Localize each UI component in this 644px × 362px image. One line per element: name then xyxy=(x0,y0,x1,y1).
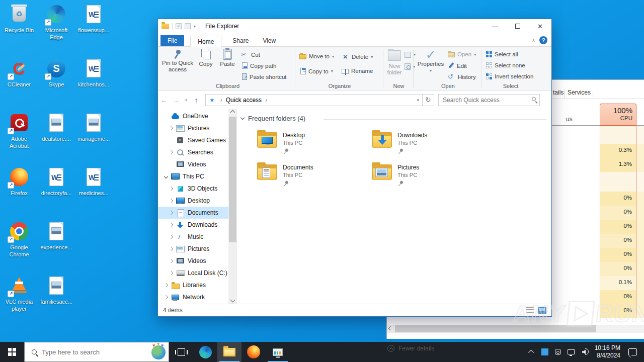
tab-details[interactable]: tails xyxy=(553,89,564,96)
sidebar-item-documents[interactable]: Documents xyxy=(158,207,228,219)
search-icon[interactable] xyxy=(532,97,536,101)
horizontal-scrollbar[interactable] xyxy=(387,325,644,333)
taskbar-search[interactable]: ♥♥♥ xyxy=(24,342,169,362)
new-item-button[interactable]: ▾ xyxy=(405,51,416,58)
sidebar-item-pictures[interactable]: Pictures xyxy=(158,243,228,255)
rename-button[interactable]: Rename xyxy=(342,68,373,74)
properties-button[interactable]: ✓ Properties ▾ xyxy=(417,49,445,74)
tab-services[interactable]: Services xyxy=(568,89,591,96)
taskbar-edge-button[interactable] xyxy=(193,342,217,362)
hidden-icons-chevron[interactable] xyxy=(525,342,538,362)
desktop-icon-adobe-acrobat[interactable]: ↗Adobe Acrobat xyxy=(1,112,37,164)
tab-share[interactable]: Share xyxy=(225,35,256,46)
folder-tile-pictures[interactable]: PicturesThis PC xyxy=(372,162,480,191)
desktop-icon-google-chrome[interactable]: ↗Google Chrome xyxy=(1,220,37,273)
sidebar-item-onedrive[interactable]: OneDrive xyxy=(158,110,228,122)
start-button[interactable] xyxy=(0,342,24,362)
desktop-icon-microsoft-edge[interactable]: ↗Microsoft Edge xyxy=(38,3,74,55)
open-button[interactable]: Open▾ xyxy=(448,51,476,57)
copy-to-button[interactable]: Copy to▾ xyxy=(299,68,333,74)
qat-properties-icon[interactable]: ✓ xyxy=(176,23,182,29)
chevron-collapsed-icon[interactable] xyxy=(169,126,173,130)
tray-app-icon[interactable] xyxy=(538,342,551,362)
paste-button[interactable]: Paste xyxy=(217,49,238,67)
invert-selection-button[interactable]: Invert selection xyxy=(486,73,533,79)
desktop-icon-vlc-media-player[interactable]: ↗VLC media player xyxy=(1,275,37,327)
task-view-button[interactable] xyxy=(169,342,193,362)
tab-file[interactable]: File xyxy=(160,35,184,46)
folder-tile-desktop[interactable]: DesktopThis PC xyxy=(257,130,365,158)
network-icon[interactable] xyxy=(565,342,578,362)
breadcrumb[interactable]: Quick access xyxy=(226,97,262,104)
chevron-collapsed-icon[interactable] xyxy=(169,271,173,275)
chevron-collapsed-icon[interactable] xyxy=(169,199,173,203)
desktop-icon-firefox[interactable]: ↗Firefox xyxy=(1,166,37,218)
desktop-icon-skype[interactable]: S↗Skype xyxy=(38,57,74,110)
scroll-down-icon[interactable] xyxy=(230,298,235,303)
tab-home[interactable]: Home xyxy=(190,36,221,47)
move-to-button[interactable]: Move to▾ xyxy=(299,53,334,59)
collapse-ribbon-icon[interactable]: ∧ xyxy=(532,38,535,43)
up-icon[interactable]: ↑ xyxy=(190,96,202,104)
desktop-icon-ccleaner[interactable]: C↗CCleaner xyxy=(1,57,37,110)
taskbar-search-input[interactable] xyxy=(42,348,132,356)
status-column-header[interactable]: us xyxy=(566,116,573,123)
chevron-collapsed-icon[interactable] xyxy=(169,187,173,191)
paste-shortcut-button[interactable]: Paste shortcut xyxy=(241,73,287,80)
collapse-group-icon[interactable] xyxy=(240,116,245,120)
chevron-collapsed-icon[interactable] xyxy=(164,283,168,287)
chevron-collapsed-icon[interactable] xyxy=(169,259,173,263)
details-view-icon[interactable] xyxy=(526,307,534,314)
volume-icon[interactable] xyxy=(578,342,591,362)
chevron-collapsed-icon[interactable] xyxy=(169,211,173,215)
desktop-icon-flowerssup[interactable]: Wflowerssup... xyxy=(75,3,112,55)
sidebar-item-searches[interactable]: Searches xyxy=(158,146,228,158)
chevron-collapsed-icon[interactable] xyxy=(169,223,173,227)
sidebar-item-videos[interactable]: Videos xyxy=(158,255,228,267)
sidebar-item-3d-objects[interactable]: 3D Objects xyxy=(158,183,228,195)
scroll-left-icon[interactable] xyxy=(388,326,392,330)
fewer-details-button[interactable]: Fewer details xyxy=(387,345,434,352)
edit-button[interactable]: Edit xyxy=(448,62,467,69)
qat-newfolder-icon[interactable] xyxy=(185,23,191,29)
desktop-icon-recycle-bin[interactable]: ♻Recycle Bin xyxy=(1,3,37,55)
history-button[interactable]: ↺ History xyxy=(448,73,476,80)
search-input[interactable] xyxy=(439,95,539,106)
sidebar-item-music[interactable]: Music xyxy=(158,231,228,243)
copy-button[interactable]: Copy xyxy=(195,49,217,67)
clock[interactable]: 10:16 PM 8/4/2024 xyxy=(595,344,620,359)
taskbar-firefox-button[interactable] xyxy=(242,342,266,362)
refresh-button[interactable]: ↻ xyxy=(423,94,434,106)
taskbar-file-explorer-button[interactable] xyxy=(217,342,242,362)
cut-button[interactable]: ✂ Cut xyxy=(241,51,260,58)
desktop-icon-manageme[interactable]: manageme... xyxy=(75,112,112,164)
sidebar-item-pictures[interactable]: Pictures xyxy=(158,122,228,134)
desktop-icon-directoryfa[interactable]: Wdirectoryfa... xyxy=(38,166,74,218)
group-header[interactable]: Frequent folders (4) xyxy=(241,115,305,122)
chevron-collapsed-icon[interactable] xyxy=(169,150,173,154)
sidebar-item-local-disk-c[interactable]: Local Disk (C:) xyxy=(158,267,228,279)
sidebar-item-desktop[interactable]: Desktop xyxy=(158,195,228,207)
select-none-button[interactable]: Select none xyxy=(486,62,525,68)
chevron-collapsed-icon[interactable] xyxy=(169,235,173,239)
titlebar[interactable]: ✓ ▾ File Explorer — ✕ xyxy=(158,19,551,33)
cpu-column-header[interactable]: 100% CPU xyxy=(600,104,636,126)
tab-view[interactable]: View xyxy=(256,35,283,46)
new-folder-button[interactable]: New folder xyxy=(384,49,405,76)
delete-button[interactable]: × Delete▾ xyxy=(342,53,373,60)
sidebar-item-network[interactable]: Network xyxy=(158,291,228,303)
desktop-icon-experience[interactable]: experience... xyxy=(38,220,74,273)
scrollbar-thumb[interactable] xyxy=(395,325,596,332)
close-button[interactable]: ✕ xyxy=(529,19,551,33)
desktop-icon-medicines[interactable]: Wmedicines... xyxy=(75,166,112,218)
breadcrumb-chevron-icon[interactable]: › xyxy=(220,97,222,104)
taskbar-task-manager-button[interactable] xyxy=(266,342,290,362)
desktop-icon-familiesacc[interactable]: familiesacc... xyxy=(38,275,74,327)
search-highlight-globe-icon[interactable]: ♥♥♥ xyxy=(151,345,166,359)
recent-locations-icon[interactable]: ▾ xyxy=(182,98,190,103)
select-all-button[interactable]: Select all xyxy=(486,51,518,57)
sidebar-item-videos[interactable]: Videos xyxy=(158,158,228,170)
tray-meet-icon[interactable] xyxy=(551,342,565,362)
scrollbar-thumb[interactable] xyxy=(229,117,236,242)
scroll-up-icon[interactable] xyxy=(230,110,235,115)
